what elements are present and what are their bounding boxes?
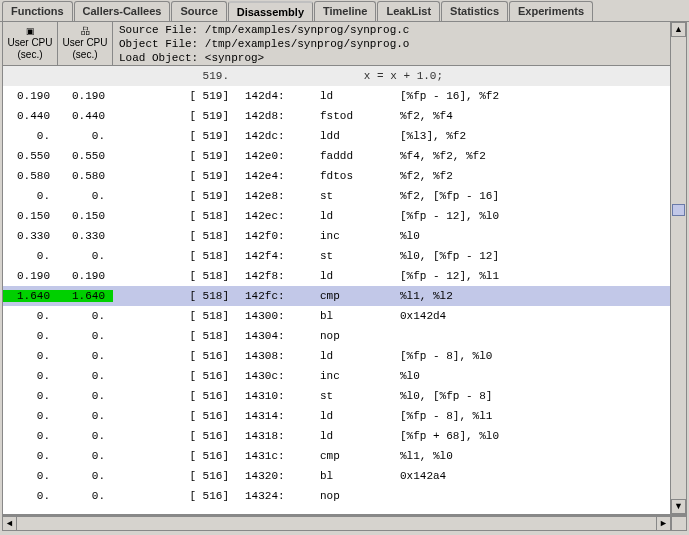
operands: %l0 (388, 370, 670, 382)
address: 14320: (233, 470, 308, 482)
scroll-up-icon[interactable]: ▲ (671, 22, 686, 37)
scroll-left-icon[interactable]: ◄ (2, 516, 17, 531)
tab-statistics[interactable]: Statistics (441, 1, 508, 21)
instruction: ldd (308, 130, 388, 142)
user-excl-value: 0.580 (3, 170, 58, 182)
address: 1431c: (233, 450, 308, 462)
tab-timeline[interactable]: Timeline (314, 1, 376, 21)
scroll-thumb[interactable] (672, 204, 685, 216)
address: 142d8: (233, 110, 308, 122)
disasm-row[interactable]: 1.6401.640[ 518]142fc:cmp%l1, %l2 (3, 286, 670, 306)
tab-leaklist[interactable]: LeakList (377, 1, 440, 21)
line-ref: [ 519] (113, 110, 233, 122)
line-ref: [ 519] (113, 90, 233, 102)
user-excl-value: 0. (3, 410, 58, 422)
instruction: bl (308, 470, 388, 482)
tab-experiments[interactable]: Experiments (509, 1, 593, 21)
scroll-down-icon[interactable]: ▼ (671, 499, 686, 514)
address: 142f8: (233, 270, 308, 282)
disasm-row[interactable]: 0.0.[ 516]14320:bl0x142a4 (3, 466, 670, 486)
address: 142dc: (233, 130, 308, 142)
col-user-incl[interactable]: 品 User CPU (sec.) (58, 22, 113, 65)
line-ref: [ 516] (113, 450, 233, 462)
user-excl-value: 0.190 (3, 90, 58, 102)
user-excl-value: 0. (3, 430, 58, 442)
disasm-row[interactable]: 0.3300.330[ 518]142f0:inc%l0 (3, 226, 670, 246)
disasm-row[interactable]: 0.0.[ 519]142e8:st%f2, [%fp - 16] (3, 186, 670, 206)
address: 14304: (233, 330, 308, 342)
line-ref: [ 519] (113, 130, 233, 142)
user-incl-value: 0.330 (58, 230, 113, 242)
operands: [%fp - 16], %f2 (388, 90, 670, 102)
scroll-thumb[interactable] (17, 518, 656, 529)
disasm-row[interactable]: 0.0.[ 519]142dc:ldd[%l3], %f2 (3, 126, 670, 146)
user-incl-value: 0. (58, 250, 113, 262)
user-incl-value: 0.550 (58, 150, 113, 162)
address: 142e0: (233, 150, 308, 162)
user-incl-value: 0.440 (58, 110, 113, 122)
user-incl-value: 0.190 (58, 90, 113, 102)
instruction: ld (308, 350, 388, 362)
line-ref: [ 519] (113, 170, 233, 182)
disasm-row[interactable]: 0.0.[ 518]14304:nop (3, 326, 670, 346)
scroll-track[interactable] (17, 516, 656, 531)
disasm-row[interactable]: 0.0.[ 518]14300:bl0x142d4 (3, 306, 670, 326)
tab-functions[interactable]: Functions (2, 1, 73, 21)
disasm-row[interactable]: 0.1500.150[ 518]142ec:ld[%fp - 12], %l0 (3, 206, 670, 226)
col-label: User CPU (62, 37, 107, 49)
disasm-row[interactable]: 0.0.[ 516]14310:st%l0, [%fp - 8] (3, 386, 670, 406)
disasm-row[interactable]: 0.5800.580[ 519]142e4:fdtos%f2, %f2 (3, 166, 670, 186)
user-excl-value: 0. (3, 190, 58, 202)
disasm-row[interactable]: 0.1900.190[ 519]142d4:ld[%fp - 16], %f2 (3, 86, 670, 106)
user-excl-value: 0.190 (3, 270, 58, 282)
metric-icon: 品 (81, 26, 90, 37)
line-ref: [ 519] (113, 150, 233, 162)
user-incl-value: 0. (58, 450, 113, 462)
disasm-row[interactable]: 0.1900.190[ 518]142f8:ld[%fp - 12], %l1 (3, 266, 670, 286)
address: 142e4: (233, 170, 308, 182)
scroll-corner (671, 516, 687, 531)
disasm-row[interactable]: 0.0.[ 516]14324:nop (3, 486, 670, 506)
user-excl-value: 0. (3, 490, 58, 502)
operands: %l0 (388, 230, 670, 242)
disasm-row[interactable]: 0.0.[ 518]142f4:st%l0, [%fp - 12] (3, 246, 670, 266)
disasm-row[interactable]: 0.4400.440[ 519]142d8:fstod%f2, %f4 (3, 106, 670, 126)
col-unit: (sec.) (73, 49, 98, 61)
operands: %f2, %f2 (388, 170, 670, 182)
disasm-row[interactable]: 0.0.[ 516]1431c:cmp%l1, %l0 (3, 446, 670, 466)
user-excl-value: 0. (3, 370, 58, 382)
operands: [%fp - 12], %l1 (388, 270, 670, 282)
instruction: bl (308, 310, 388, 322)
col-user-excl[interactable]: ▣ User CPU (sec.) (3, 22, 58, 65)
instruction: fdtos (308, 170, 388, 182)
vertical-scrollbar[interactable]: ▲ ▼ (670, 22, 686, 514)
user-excl-value: 0. (3, 310, 58, 322)
line-ref: [ 518] (113, 250, 233, 262)
disasm-row[interactable]: 0.0.[ 516]1430c:inc%l0 (3, 366, 670, 386)
disassembly-body[interactable]: 519. x = x + 1.0;0.1900.190[ 519]142d4:l… (3, 66, 670, 514)
user-incl-value: 0. (58, 370, 113, 382)
operands: %l1, %l0 (388, 450, 670, 462)
user-incl-value: 0. (58, 310, 113, 322)
line-ref: [ 518] (113, 330, 233, 342)
user-excl-value: 1.640 (3, 290, 58, 302)
scroll-right-icon[interactable]: ► (656, 516, 671, 531)
tab-callers-callees[interactable]: Callers-Callees (74, 1, 171, 21)
disasm-row[interactable]: 0.0.[ 516]14318:ld[%fp + 68], %l0 (3, 426, 670, 446)
operands: 0x142d4 (388, 310, 670, 322)
address: 14308: (233, 350, 308, 362)
tab-disassembly[interactable]: Disassembly (228, 1, 313, 21)
user-excl-value: 0. (3, 350, 58, 362)
user-excl-value: 0. (3, 130, 58, 142)
disasm-row[interactable]: 0.0.[ 516]14308:ld[%fp - 8], %l0 (3, 346, 670, 366)
disasm-row[interactable]: 0.0.[ 516]14314:ld[%fp - 8], %l1 (3, 406, 670, 426)
disasm-row[interactable]: 0.5500.550[ 519]142e0:faddd%f4, %f2, %f2 (3, 146, 670, 166)
instruction: ld (308, 210, 388, 222)
horizontal-scrollbar[interactable]: ◄ ► (2, 515, 687, 531)
source-line[interactable]: 519. x = x + 1.0; (3, 66, 670, 86)
address: 14314: (233, 410, 308, 422)
tab-source[interactable]: Source (171, 1, 226, 21)
address: 142ec: (233, 210, 308, 222)
line-ref: [ 518] (113, 230, 233, 242)
file-info: Source File: /tmp/examples/synprog/synpr… (113, 22, 670, 65)
